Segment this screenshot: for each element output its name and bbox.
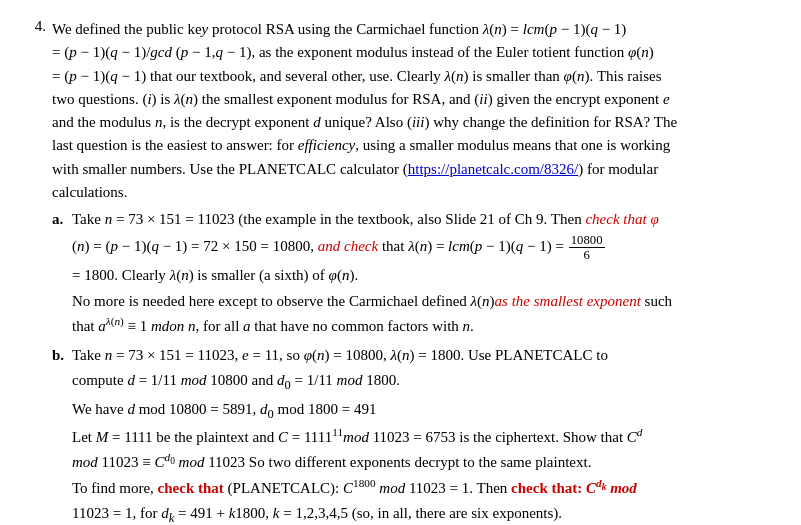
- sub-label-b: b.: [52, 344, 68, 525]
- d0-sub3: 0: [170, 457, 175, 467]
- sub-list: a. Take n = 73 × 151 = 11023 (the exampl…: [52, 208, 777, 525]
- d0-sub: 0: [285, 378, 291, 392]
- as-smallest-exponent: as the smallest exponent: [495, 293, 641, 309]
- intro-paragraph: We defined the public key protocol RSA u…: [52, 18, 777, 204]
- exp-d0: d0: [165, 451, 175, 463]
- item-number: 4: [24, 18, 46, 525]
- sub-a-line3: = 1800. Clearly λ(n) is smaller (a sixth…: [72, 264, 777, 287]
- lambda-n-exponent: λ(n): [106, 315, 124, 327]
- exp-dk: dk: [596, 477, 606, 489]
- sub-b-line7: 11023 = 1, for dk = 491 + k1800, k = 1,2…: [72, 502, 777, 525]
- sub-a-line5: that aλ(n) ≡ 1 mdon n, for all a that ha…: [72, 315, 777, 338]
- sub-b-line3: We have d mod 10800 = 5891, d0 mod 1800 …: [72, 398, 777, 424]
- sub-a-line1: Take n = 73 × 151 = 11023 (the example i…: [72, 208, 777, 231]
- item-content: We defined the public key protocol RSA u…: [52, 18, 777, 525]
- exp-1800: 1800: [353, 477, 376, 489]
- sub-a-line4: No more is needed here except to observe…: [72, 290, 777, 313]
- d0-sub2: 0: [268, 407, 274, 421]
- sub-b-line1: Take n = 73 × 151 = 11023, e = 11, so φ(…: [72, 344, 777, 367]
- fraction-10800-6: 10800 6: [569, 233, 605, 262]
- sub-a-line2: (n) = (p − 1)(q − 1) = 72 × 150 = 10800,…: [72, 233, 777, 262]
- planetcalc-link[interactable]: https://planetcalc.com/8326/: [408, 161, 578, 177]
- check-that-phi: check that φ: [585, 211, 658, 227]
- sub-b-line5: mod 11023 ≡ Cd0 mod 11023 So two differe…: [72, 451, 777, 474]
- frac-numerator: 10800: [569, 233, 605, 248]
- sub-b-line4: Let M = 1111 be the plaintext and C = 11…: [72, 426, 777, 449]
- main-list: 4 We defined the public key protocol RSA…: [24, 18, 777, 525]
- sub-item-b: b. Take n = 73 × 151 = 11023, e = 11, so…: [52, 344, 777, 525]
- exp-11: 11: [332, 426, 343, 438]
- dk-sub: k: [602, 482, 607, 492]
- sub-content-b: Take n = 73 × 151 = 11023, e = 11, so φ(…: [72, 344, 777, 525]
- and-check: and check: [318, 238, 378, 254]
- list-item-4: 4 We defined the public key protocol RSA…: [24, 18, 777, 525]
- frac-denominator: 6: [581, 248, 591, 262]
- check-that-2: check that: Cdk mod: [511, 480, 637, 496]
- sub-label-a: a.: [52, 208, 68, 340]
- sub-content-a: Take n = 73 × 151 = 11023 (the example i…: [72, 208, 777, 340]
- dk-sub2: k: [169, 511, 175, 525]
- exp-d: d: [637, 426, 643, 438]
- sub-item-a: a. Take n = 73 × 151 = 11023 (the exampl…: [52, 208, 777, 340]
- sub-b-line6: To find more, check that (PLANETCALC): C…: [72, 477, 777, 500]
- sub-b-line2: compute d = 1/11 mod 10800 and d0 = 1/11…: [72, 369, 777, 395]
- check-that-1: check that: [158, 480, 224, 496]
